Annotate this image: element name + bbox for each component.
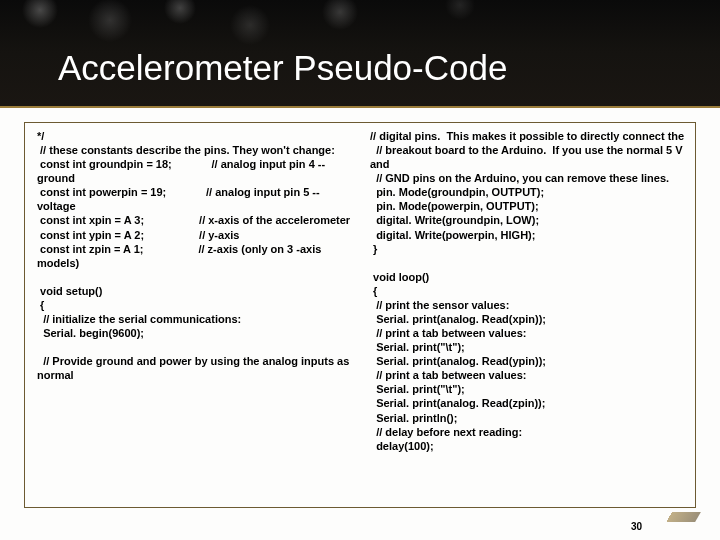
code-column-right: // digital pins. This makes it possible … [370, 129, 685, 501]
content-frame: */ // these constants describe the pins.… [24, 122, 696, 508]
slide-title: Accelerometer Pseudo-Code [58, 48, 507, 88]
header-band: Accelerometer Pseudo-Code [0, 0, 720, 108]
page-number: 30 [631, 521, 642, 532]
code-column-left: */ // these constants describe the pins.… [37, 129, 352, 501]
corner-accent [647, 512, 701, 522]
